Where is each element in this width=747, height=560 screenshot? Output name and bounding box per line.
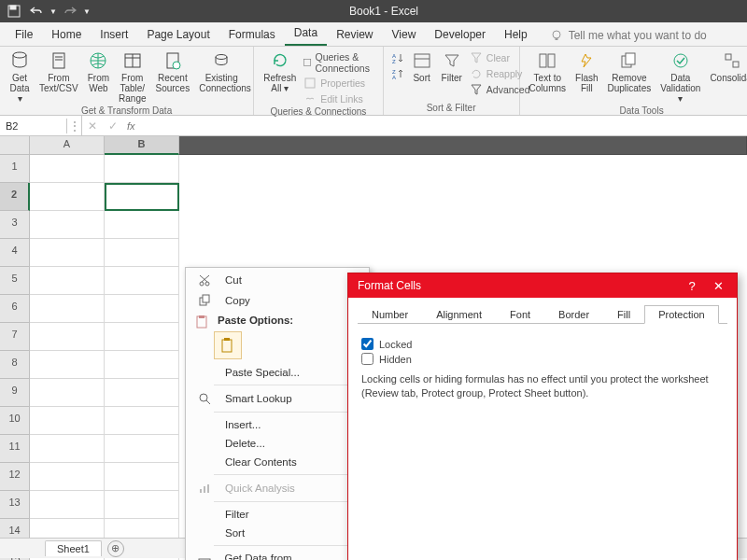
active-cell[interactable] bbox=[105, 183, 179, 211]
tab-view[interactable]: View bbox=[383, 24, 426, 46]
tab-formulas[interactable]: Formulas bbox=[219, 24, 285, 46]
existing-connections-button[interactable]: Existing Connections bbox=[195, 49, 247, 95]
cell[interactable] bbox=[30, 295, 105, 323]
ctx-clear-contents[interactable]: Clear Contents bbox=[186, 453, 369, 471]
formula-input[interactable] bbox=[139, 124, 747, 128]
row-header-10[interactable]: 10 bbox=[0, 407, 30, 435]
dropdown-icon[interactable]: ▼ bbox=[49, 2, 58, 21]
row-header-4[interactable]: 4 bbox=[0, 239, 30, 267]
cell[interactable] bbox=[30, 239, 105, 267]
from-web-button[interactable]: From Web bbox=[84, 49, 113, 95]
from-table-button[interactable]: From Table/ Range bbox=[115, 49, 149, 105]
cell[interactable] bbox=[105, 407, 179, 435]
row-header-3[interactable]: 3 bbox=[0, 211, 30, 239]
ctx-copy[interactable]: Copy bbox=[186, 290, 369, 311]
row-header-7[interactable]: 7 bbox=[0, 323, 30, 351]
row-header-2[interactable]: 2 bbox=[0, 183, 30, 211]
locked-checkbox-row[interactable]: Locked bbox=[361, 338, 724, 350]
tab-insert[interactable]: Insert bbox=[91, 24, 137, 46]
remove-duplicates-button[interactable]: Remove Duplicates bbox=[604, 49, 655, 95]
ctx-sort[interactable]: Sort▶ bbox=[186, 524, 369, 542]
row-header-6[interactable]: 6 bbox=[0, 295, 30, 323]
tab-file[interactable]: File bbox=[6, 24, 42, 46]
cell[interactable] bbox=[30, 183, 105, 211]
row-header-12[interactable]: 12 bbox=[0, 463, 30, 491]
cell[interactable] bbox=[30, 211, 105, 239]
dialog-help-button[interactable]: ? bbox=[679, 275, 705, 296]
row-header-8[interactable]: 8 bbox=[0, 351, 30, 379]
dlg-tab-protection[interactable]: Protection bbox=[644, 305, 719, 324]
cell[interactable] bbox=[30, 463, 105, 491]
namebox-dropdown-icon[interactable]: ⋮ bbox=[67, 116, 82, 135]
tab-help[interactable]: Help bbox=[495, 24, 537, 46]
ctx-delete[interactable]: Delete... bbox=[186, 434, 369, 453]
cell[interactable] bbox=[30, 155, 105, 183]
tab-review[interactable]: Review bbox=[327, 24, 382, 46]
filter-button[interactable]: Filter bbox=[438, 49, 466, 85]
column-header-a[interactable]: A bbox=[30, 136, 105, 155]
tab-developer[interactable]: Developer bbox=[425, 24, 495, 46]
cell[interactable] bbox=[30, 379, 105, 407]
row-header-11[interactable]: 11 bbox=[0, 435, 30, 463]
cell[interactable] bbox=[30, 267, 105, 295]
cell[interactable] bbox=[105, 267, 179, 295]
hidden-checkbox[interactable] bbox=[361, 353, 374, 365]
ctx-get-data-table[interactable]: Get Data from Table/Range... bbox=[186, 549, 369, 560]
ctx-paste-special[interactable]: Paste Special... bbox=[186, 363, 369, 382]
text-to-columns-button[interactable]: Text to Columns bbox=[526, 49, 570, 95]
dlg-tab-alignment[interactable]: Alignment bbox=[422, 305, 496, 324]
tab-page-layout[interactable]: Page Layout bbox=[137, 24, 218, 46]
cell[interactable] bbox=[30, 407, 105, 435]
tab-home[interactable]: Home bbox=[42, 24, 91, 46]
row-header-9[interactable]: 9 bbox=[0, 379, 30, 407]
refresh-all-button[interactable]: Refresh All ▾ bbox=[260, 49, 300, 95]
dialog-titlebar[interactable]: Format Cells ? ✕ bbox=[348, 273, 737, 298]
cell[interactable] bbox=[30, 351, 105, 379]
cell[interactable] bbox=[105, 295, 179, 323]
paste-option-default[interactable] bbox=[214, 331, 242, 359]
new-sheet-button[interactable]: ⊕ bbox=[107, 540, 124, 557]
save-icon[interactable] bbox=[4, 2, 24, 21]
sheet-tab[interactable]: Sheet1 bbox=[45, 540, 102, 556]
queries-connections-button[interactable]: Queries & Connections bbox=[302, 50, 376, 75]
cell[interactable] bbox=[105, 491, 179, 519]
cell[interactable] bbox=[105, 155, 179, 183]
dlg-tab-font[interactable]: Font bbox=[496, 305, 544, 324]
fx-icon[interactable]: fx bbox=[123, 120, 139, 132]
recent-sources-button[interactable]: Recent Sources bbox=[152, 49, 194, 95]
cell[interactable] bbox=[30, 435, 105, 463]
cell[interactable] bbox=[105, 211, 179, 239]
cell[interactable] bbox=[105, 323, 179, 351]
data-validation-button[interactable]: Data Validation ▾ bbox=[656, 49, 704, 105]
dlg-tab-border[interactable]: Border bbox=[544, 305, 603, 324]
column-header-b[interactable]: B bbox=[105, 136, 179, 155]
sort-az-button[interactable]: AZ bbox=[389, 50, 406, 65]
dialog-close-button[interactable]: ✕ bbox=[705, 275, 731, 296]
tab-data[interactable]: Data bbox=[285, 22, 327, 46]
name-box[interactable]: B2 bbox=[0, 119, 67, 133]
row-header-5[interactable]: 5 bbox=[0, 267, 30, 295]
redo-icon[interactable] bbox=[60, 2, 80, 21]
row-header-13[interactable]: 13 bbox=[0, 491, 30, 519]
ctx-smart-lookup[interactable]: Smart Lookup bbox=[186, 388, 369, 409]
dlg-tab-number[interactable]: Number bbox=[358, 305, 422, 324]
enter-formula-icon[interactable]: ✓ bbox=[103, 116, 123, 135]
consolidate-button[interactable]: Consolidat bbox=[706, 49, 747, 85]
sort-za-button[interactable]: ZA bbox=[389, 66, 406, 81]
flash-fill-button[interactable]: Flash Fill bbox=[571, 49, 601, 95]
cell[interactable] bbox=[105, 379, 179, 407]
cell[interactable] bbox=[30, 491, 105, 519]
from-textcsv-button[interactable]: From Text/CSV bbox=[35, 49, 82, 95]
get-data-button[interactable]: Get Data ▾ bbox=[6, 49, 34, 105]
ctx-filter[interactable]: Filter▶ bbox=[186, 505, 369, 524]
cell[interactable] bbox=[30, 323, 105, 351]
cell[interactable] bbox=[105, 351, 179, 379]
column-header-blank[interactable] bbox=[179, 136, 747, 155]
tell-me-search[interactable]: Tell me what you want to do bbox=[550, 29, 707, 46]
ctx-insert[interactable]: Insert... bbox=[186, 415, 369, 434]
cancel-formula-icon[interactable]: ✕ bbox=[82, 116, 103, 135]
select-all-corner[interactable] bbox=[0, 136, 30, 155]
dropdown-icon[interactable]: ▼ bbox=[82, 2, 92, 21]
dlg-tab-fill[interactable]: Fill bbox=[603, 305, 644, 324]
sort-button[interactable]: Sort bbox=[408, 49, 436, 85]
